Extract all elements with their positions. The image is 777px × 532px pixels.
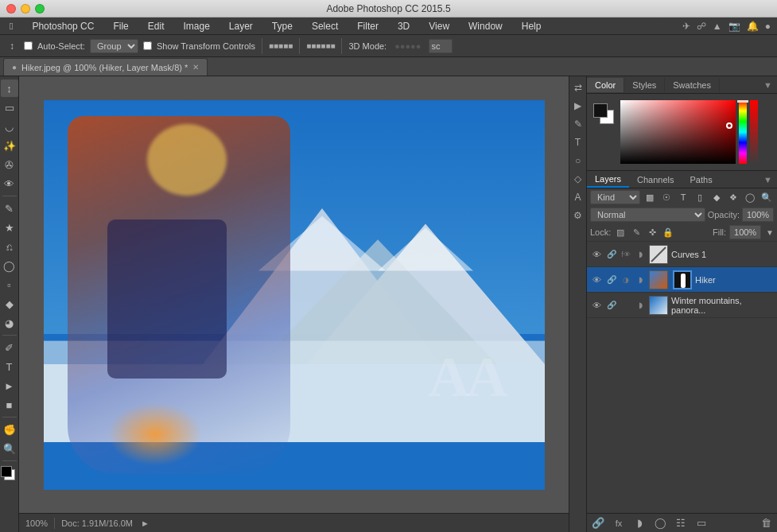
color-selector[interactable]	[1, 466, 18, 483]
mini-tool-arrow[interactable]: ⇄	[570, 80, 586, 95]
layer-mask-mountains[interactable]: ◗	[635, 300, 646, 311]
tab-styles[interactable]: Styles	[624, 78, 665, 92]
blend-mode-dropdown[interactable]: Normal Multiply Screen Overlay	[590, 208, 705, 222]
shape-tool[interactable]: ■	[1, 396, 18, 414]
menu-3d[interactable]: 3D	[394, 19, 413, 33]
menu-window[interactable]: Window	[465, 19, 506, 33]
layer-mask-hiker[interactable]: ◗	[635, 274, 646, 285]
fill-field[interactable]	[729, 225, 761, 239]
show-transform-checkbox[interactable]	[143, 41, 152, 50]
lasso-tool[interactable]: ◡	[1, 118, 18, 135]
mini-tool-play[interactable]: ▶	[570, 98, 586, 114]
menu-type[interactable]: Type	[269, 19, 296, 33]
crop-tool[interactable]: ✇	[1, 156, 18, 173]
delete-layer-button[interactable]: 🗑	[758, 515, 774, 531]
layer-link-mountains[interactable]: 🔗	[606, 300, 617, 311]
layer-fx-mountains[interactable]	[620, 300, 631, 311]
marquee-tool[interactable]: ▭	[1, 99, 18, 116]
layer-add-icon[interactable]: ◯	[743, 190, 757, 204]
brush-tool[interactable]: ✎	[1, 200, 18, 217]
sc-input[interactable]	[429, 39, 453, 53]
layer-search-icon[interactable]: 🔍	[760, 190, 774, 204]
new-layer-button[interactable]: ▭	[693, 515, 709, 531]
tab-layers[interactable]: Layers	[587, 172, 629, 188]
hand-tool[interactable]: ✊	[1, 421, 18, 438]
zoom-tool[interactable]: 🔍	[1, 440, 18, 457]
menu-file[interactable]: File	[110, 19, 131, 33]
mini-tool-pen[interactable]: ✎	[570, 116, 586, 132]
tab-channels[interactable]: Channels	[629, 173, 682, 187]
mini-tool-settings[interactable]: ⚙	[570, 208, 586, 223]
add-fx-button[interactable]: fx	[611, 515, 627, 531]
document-tab[interactable]: ● Hiker.jpeg @ 100% (Hiker, Layer Mask/8…	[3, 58, 208, 76]
foreground-color[interactable]	[1, 466, 12, 477]
layer-fx-hiker[interactable]: ◑	[620, 274, 631, 285]
hue-slider[interactable]	[739, 100, 747, 164]
opacity-field[interactable]	[742, 208, 774, 222]
mini-tool-text[interactable]: A	[570, 189, 586, 205]
auto-select-dropdown[interactable]: Group Layer	[90, 39, 138, 53]
filter-type-icon[interactable]: T	[676, 190, 690, 204]
menu-filter[interactable]: Filter	[354, 19, 382, 33]
lock-transparent-icon[interactable]: ▨	[614, 226, 627, 239]
color-panel-expand[interactable]: ▼	[759, 80, 777, 90]
menu-edit[interactable]: Edit	[145, 19, 168, 33]
layer-fx-curves[interactable]: f👁	[620, 249, 631, 260]
mini-tool-3d[interactable]: ◇	[570, 171, 586, 187]
menu-select[interactable]: Select	[309, 19, 341, 33]
lock-image-icon[interactable]: ✎	[630, 226, 643, 239]
layer-row-mountains[interactable]: 👁 🔗 ◗ Winter mountains, panora...	[587, 293, 777, 318]
dodge-tool[interactable]: ◕	[1, 314, 18, 332]
mini-tool-circle[interactable]: ○	[570, 153, 586, 169]
layer-row-hiker[interactable]: 👁 🔗 ◑ ◗ Hiker	[587, 267, 777, 293]
history-brush[interactable]: ⎌	[1, 238, 18, 255]
filter-shape-icon[interactable]: ▯	[693, 190, 707, 204]
menu-apple[interactable]: 	[6, 19, 16, 33]
menu-image[interactable]: Image	[180, 19, 212, 33]
eyedropper-tool[interactable]: 👁	[1, 175, 18, 192]
filter-pixel-icon[interactable]: ▩	[643, 190, 657, 204]
lock-all-icon[interactable]: 🔒	[662, 226, 674, 239]
adjustment-layer-button[interactable]: ◯	[652, 515, 668, 531]
layer-mask-curves[interactable]: ◗	[635, 249, 646, 260]
filter-more-icon[interactable]: ❖	[726, 190, 740, 204]
magic-wand-tool[interactable]: ✨	[1, 137, 18, 154]
layers-kind-dropdown[interactable]: Kind	[590, 190, 640, 204]
blur-tool[interactable]: ◆	[1, 295, 18, 313]
layer-link-hiker[interactable]: 🔗	[606, 274, 617, 285]
lock-position-icon[interactable]: ✜	[646, 226, 659, 239]
gradient-tool[interactable]: ▫	[1, 276, 18, 293]
minimize-button[interactable]	[21, 4, 30, 14]
mini-tool-type[interactable]: T	[570, 134, 586, 150]
new-group-button[interactable]: ☷	[673, 515, 689, 531]
fg-color-box[interactable]	[593, 103, 608, 118]
tab-color[interactable]: Color	[587, 78, 624, 92]
menu-photoshop[interactable]: Photoshop CC	[29, 19, 97, 33]
tab-close-button[interactable]: ✕	[192, 63, 199, 72]
path-select-tool[interactable]: ►	[1, 377, 18, 394]
filter-smart-icon[interactable]: ◆	[709, 190, 724, 204]
layer-eye-mountains[interactable]: 👁	[590, 301, 603, 310]
color-gradient-picker[interactable]	[620, 100, 736, 164]
menu-view[interactable]: View	[425, 19, 453, 33]
close-button[interactable]	[6, 4, 16, 14]
add-mask-button[interactable]: ◗	[631, 515, 647, 531]
move-tool[interactable]: ↕	[1, 80, 18, 97]
layer-link-curves[interactable]: 🔗	[606, 249, 617, 260]
canvas-container[interactable]: AA	[19, 76, 569, 513]
layers-panel-expand[interactable]: ▼	[759, 175, 777, 184]
layer-row-curves[interactable]: 👁 🔗 f👁 ◗ Curves 1	[587, 242, 777, 267]
stamp-tool[interactable]: ★	[1, 219, 18, 236]
layer-eye-curves[interactable]: 👁	[590, 250, 603, 259]
pen-tool[interactable]: ✐	[1, 339, 18, 356]
layer-eye-hiker[interactable]: 👁	[590, 275, 603, 285]
tab-swatches[interactable]: Swatches	[665, 78, 720, 92]
type-tool[interactable]: T	[1, 358, 18, 375]
filter-adjustment-icon[interactable]: ☉	[659, 190, 674, 204]
menu-help[interactable]: Help	[519, 19, 545, 33]
tab-paths[interactable]: Paths	[682, 173, 721, 187]
auto-select-checkbox[interactable]	[24, 41, 33, 50]
eraser-tool[interactable]: ◯	[1, 257, 18, 274]
alpha-slider[interactable]	[750, 100, 758, 164]
maximize-button[interactable]	[35, 4, 45, 14]
